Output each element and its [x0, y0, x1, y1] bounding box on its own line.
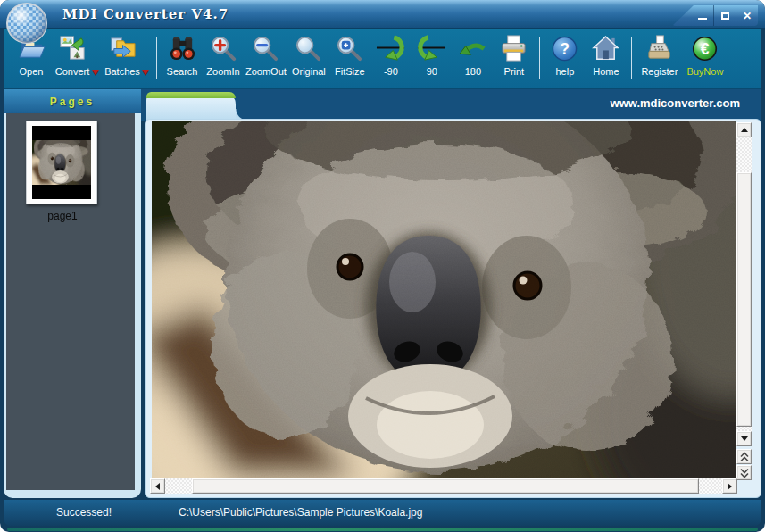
page-label: page1	[26, 210, 99, 222]
pages-panel-frame: page1	[4, 113, 141, 498]
svg-text:€: €	[701, 39, 710, 57]
page-thumbnail-item[interactable]: page1	[26, 121, 99, 222]
app-window: MDI Converter V4.7 ✕	[0, 0, 765, 532]
toolbar-button-help[interactable]: ? help	[545, 32, 586, 87]
toolbar-button-fitsize[interactable]: FitSize	[329, 32, 370, 87]
status-message: Successed!	[30, 506, 137, 519]
previous-page-button[interactable]	[736, 449, 752, 464]
rotate-180-icon	[458, 32, 487, 64]
toolbar-separator	[631, 37, 632, 79]
toolbar-label: ZoomOut	[245, 66, 287, 77]
toolbar-label: Convert	[55, 66, 90, 77]
left-arrow-icon	[155, 483, 160, 490]
toolbar-button-zoomin[interactable]: ZoomIn	[203, 32, 244, 87]
toolbar-button-buynow[interactable]: € BuyNow	[683, 32, 728, 87]
page-thumbnail-frame	[26, 121, 97, 204]
toolbar-label: Open	[20, 66, 44, 77]
toolbar-label: Print	[504, 66, 525, 77]
window-title: MDI Converter V4.7	[62, 6, 229, 22]
pages-panel-header: Pages	[4, 89, 141, 113]
window-controls: ✕	[672, 5, 758, 26]
scroll-down-button[interactable]	[736, 431, 752, 446]
toolbar-button-print[interactable]: Print	[494, 32, 535, 87]
right-arrow-icon	[728, 483, 732, 490]
toolbar-button-home[interactable]: Home	[586, 32, 627, 87]
maximize-button[interactable]	[713, 5, 736, 26]
image-viewport[interactable]	[152, 121, 736, 478]
rotate-right-icon	[417, 32, 446, 64]
horizontal-scrollbar-track[interactable]	[150, 478, 737, 494]
close-button[interactable]: ✕	[736, 5, 758, 26]
magnifier-minus-icon	[251, 32, 280, 64]
scroll-right-button[interactable]	[722, 478, 737, 494]
toolbar-label: help	[555, 66, 574, 77]
toolbar-button-rotate-minus90[interactable]: -90	[370, 32, 412, 87]
app-logo-icon	[4, 1, 49, 46]
double-chevron-up-icon	[739, 452, 750, 462]
convert-images-icon	[58, 32, 87, 64]
batches-dropdown-arrow-icon[interactable]	[142, 70, 149, 75]
printer-icon	[499, 32, 528, 64]
svg-text:?: ?	[561, 39, 570, 57]
toolbar: Open Convert	[4, 29, 761, 89]
window-bottom-edge	[7, 528, 758, 531]
toolbar-label: 90	[427, 66, 437, 77]
toolbar-button-search[interactable]: Search	[162, 32, 203, 87]
toolbar-separator	[539, 37, 540, 79]
toolbar-separator	[156, 37, 157, 79]
magnifier-plus-icon	[209, 32, 238, 64]
batch-folder-icon	[108, 32, 137, 64]
minimize-button[interactable]	[691, 5, 713, 26]
page-thumbnail-image	[32, 126, 91, 199]
statusbar: Successed! C:\Users\Public\Pictures\Samp…	[4, 500, 761, 526]
pages-header-label: Pages	[50, 96, 95, 108]
cash-register-icon	[644, 32, 674, 64]
website-link: www.mdiconverter.com	[611, 96, 740, 110]
pages-sidebar: Pages page1	[4, 89, 141, 498]
toolbar-button-register[interactable]: Register	[636, 32, 683, 87]
pages-list: page1	[6, 113, 135, 490]
next-page-button[interactable]	[736, 465, 752, 480]
toolbar-label: Home	[593, 66, 619, 77]
toolbar-button-zoomout[interactable]: ZoomOut	[244, 32, 288, 87]
titlebar: MDI Converter V4.7 ✕	[0, 0, 765, 29]
toolbar-label: FitSize	[335, 66, 365, 77]
question-ball-icon: ?	[550, 32, 579, 64]
close-icon: ✕	[743, 11, 752, 21]
toolbar-label: BuyNow	[686, 66, 723, 77]
vertical-scrollbar-thumb[interactable]	[736, 172, 752, 427]
content-header: www.mdiconverter.com	[141, 89, 761, 121]
scroll-up-button[interactable]	[736, 122, 752, 137]
toolbar-label: ZoomIn	[206, 66, 239, 77]
down-arrow-icon	[741, 436, 748, 441]
toolbar-button-rotate-180[interactable]: 180	[453, 32, 494, 87]
up-arrow-icon	[741, 128, 748, 132]
double-chevron-down-icon	[739, 468, 750, 478]
house-icon	[591, 32, 620, 64]
toolbar-label: Search	[167, 66, 198, 77]
binoculars-icon	[168, 32, 197, 64]
convert-dropdown-arrow-icon[interactable]	[92, 70, 99, 75]
scroll-left-button[interactable]	[150, 478, 165, 494]
maximize-icon	[721, 12, 729, 20]
toolbar-button-batches[interactable]: Batches	[102, 32, 143, 87]
document-tab[interactable]	[146, 92, 236, 121]
toolbar-label: Original	[292, 66, 326, 77]
toolbar-button-convert[interactable]: Convert	[52, 32, 93, 87]
toolbar-label: 180	[465, 66, 481, 77]
toolbar-button-original[interactable]: Original	[288, 32, 329, 87]
magnifier-fit-icon	[335, 32, 364, 64]
toolbar-label: Register	[641, 66, 678, 77]
minimize-icon	[698, 18, 707, 20]
horizontal-scrollbar-thumb[interactable]	[192, 478, 699, 494]
toolbar-button-rotate-90[interactable]: 90	[412, 32, 453, 87]
magnifier-icon	[294, 32, 323, 64]
file-path: C:\Users\Public\Pictures\Sample Pictures…	[179, 506, 422, 519]
koala-image	[152, 121, 736, 478]
vertical-scrollbar-track[interactable]	[736, 122, 752, 446]
toolbar-label: Batches	[104, 66, 140, 77]
toolbar-label: -90	[384, 66, 398, 77]
rotate-left-icon	[376, 32, 405, 64]
euro-coin-icon: €	[690, 32, 719, 64]
